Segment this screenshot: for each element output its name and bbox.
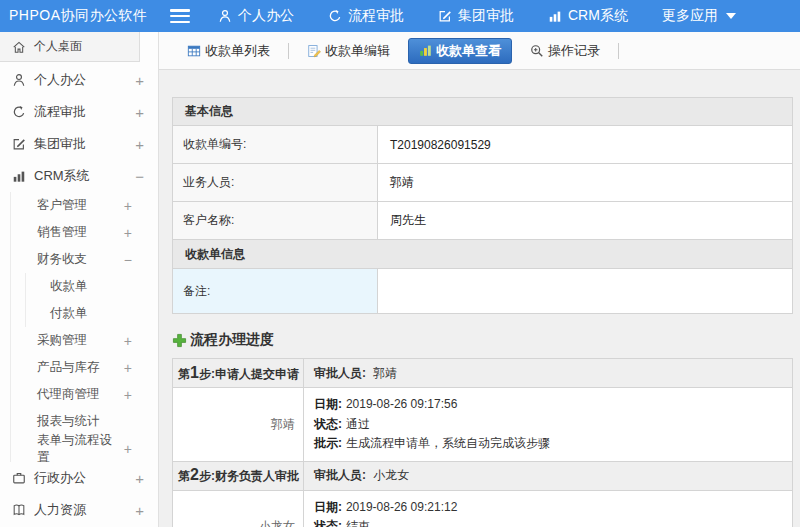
sidebar-item-label: 个人桌面 xyxy=(34,38,82,55)
date-value: 2019-08-26 09:17:56 xyxy=(346,397,457,411)
detail-status-line: 状态:结束 xyxy=(314,517,782,527)
status-value: 结束 xyxy=(346,519,370,527)
topnav-personal-office[interactable]: 个人办公 xyxy=(218,7,294,25)
sidebar-item-label: CRM系统 xyxy=(34,167,90,185)
section-title-receipt-info: 收款单信息 xyxy=(173,240,793,269)
topnav-label: 集团审批 xyxy=(458,7,514,25)
remark-value: 生成流程申请单，系统自动完成该步骤 xyxy=(346,436,550,450)
sidebar-item-label: 报表与统计 xyxy=(37,413,100,430)
expand-icon[interactable]: + xyxy=(135,470,144,487)
tab-separator xyxy=(288,43,289,59)
tab-receipt-list[interactable]: 收款单列表 xyxy=(179,39,278,63)
expand-icon[interactable]: + xyxy=(124,387,132,403)
topnav-group-approval[interactable]: 集团审批 xyxy=(438,7,514,25)
step-detail: 日期:2019-08-26 09:17:56 状态:通过 批示:生成流程申请单，… xyxy=(303,388,792,462)
date-value: 2019-08-26 09:21:12 xyxy=(346,500,457,514)
sidebar-item-personal-desktop[interactable]: 个人桌面 xyxy=(0,32,140,62)
sidebar-item-group-approval[interactable]: 集团审批 + xyxy=(0,128,158,160)
tab-receipt-view[interactable]: 收款单查看 xyxy=(408,38,512,64)
sidebar-item-agent-mgmt[interactable]: 代理商管理 + xyxy=(11,381,158,408)
field-value-customer-name: 周先生 xyxy=(378,202,793,240)
tab-operation-log[interactable]: 操作记录 xyxy=(522,39,608,63)
tab-bar: 收款单列表 收款单编辑 收款单查看 操作记录 xyxy=(159,32,800,70)
progress-section-title: 流程办理进度 xyxy=(172,331,793,349)
collapse-icon[interactable]: − xyxy=(124,252,132,268)
sidebar-item-admin-office[interactable]: 行政办公 + xyxy=(0,462,158,494)
receipt-view-content: 基本信息 收款单编号: T20190826091529 业务人员: 郭靖 客户名… xyxy=(159,70,800,527)
sidebar-item-sales-mgmt[interactable]: 销售管理 + xyxy=(11,219,158,246)
expand-icon[interactable]: + xyxy=(124,360,132,376)
sidebar-item-human-resources[interactable]: 人力资源 + xyxy=(0,494,158,526)
sidebar-item-label: 产品与库存 xyxy=(37,359,100,376)
tab-label: 收款单编辑 xyxy=(325,42,390,60)
progress-title-label: 流程办理进度 xyxy=(190,331,274,349)
table-row: 收款单编号: T20190826091529 xyxy=(173,126,793,164)
expand-icon[interactable]: + xyxy=(124,225,132,241)
section-header-row: 基本信息 xyxy=(173,98,793,126)
expand-icon[interactable]: + xyxy=(135,72,144,89)
user-icon xyxy=(12,73,26,87)
sidebar-item-personal-office[interactable]: 个人办公 + xyxy=(0,64,158,96)
sidebar-item-label: 人力资源 xyxy=(34,501,86,519)
field-label-remark: 备注: xyxy=(173,269,378,314)
tab-receipt-edit[interactable]: 收款单编辑 xyxy=(299,39,398,63)
sidebar-item-payment-order[interactable]: 付款单 xyxy=(26,300,158,327)
sidebar-item-label: 销售管理 xyxy=(37,224,87,241)
topnav-workflow-approval[interactable]: 流程审批 xyxy=(328,7,404,25)
green-plus-icon xyxy=(172,333,187,348)
sidebar-item-label: 流程审批 xyxy=(34,103,86,121)
expand-icon[interactable]: + xyxy=(124,333,132,349)
status-label: 状态: xyxy=(314,519,342,527)
expand-icon[interactable]: + xyxy=(124,441,132,457)
step-detail-row: 郭靖 日期:2019-08-26 09:17:56 状态:通过 批示:生成流程申… xyxy=(173,388,793,462)
field-label-sales-person: 业务人员: xyxy=(173,164,378,202)
sidebar-item-label: 客户管理 xyxy=(37,197,87,214)
sidebar: 个人桌面 个人办公 + 流程审批 + 集团审批 + xyxy=(0,32,159,527)
caret-down-icon xyxy=(726,13,736,19)
chart-icon xyxy=(12,169,26,183)
approver-person-name: 郭靖 xyxy=(173,388,304,462)
field-value-remark xyxy=(378,269,793,314)
tab-separator xyxy=(618,43,619,59)
field-value-receipt-no: T20190826091529 xyxy=(378,126,793,164)
sidebar-item-receipt-order[interactable]: 收款单 xyxy=(26,273,158,300)
edit-doc-icon xyxy=(307,44,321,58)
sidebar-item-finance-inout[interactable]: 财务收支 − xyxy=(11,246,158,273)
topnav-crm-system[interactable]: CRM系统 xyxy=(548,7,628,25)
hamburger-menu-icon[interactable] xyxy=(170,9,190,23)
topnav-label: 个人办公 xyxy=(238,7,294,25)
edit-icon xyxy=(12,137,26,151)
top-bar: PHPOA协同办公软件 个人办公 流程审批 集团审批 CRM系统 xyxy=(0,0,800,32)
detail-date-line: 日期:2019-08-26 09:21:12 xyxy=(314,498,782,518)
table-list-icon xyxy=(187,44,201,58)
sidebar-item-purchase-mgmt[interactable]: 采购管理 + xyxy=(11,327,158,354)
detail-status-line: 状态:通过 xyxy=(314,415,782,435)
expand-icon[interactable]: + xyxy=(135,502,144,519)
collapse-icon[interactable]: − xyxy=(135,168,144,185)
sidebar-item-label: 行政办公 xyxy=(34,469,86,487)
expand-icon[interactable]: + xyxy=(124,198,132,214)
topnav-more-apps[interactable]: 更多应用 xyxy=(662,7,736,25)
expand-icon[interactable]: + xyxy=(135,136,144,153)
user-icon xyxy=(218,9,232,23)
receipt-info-table: 基本信息 收款单编号: T20190826091529 业务人员: 郭靖 客户名… xyxy=(172,97,793,314)
sidebar-item-crm-system[interactable]: CRM系统 − xyxy=(0,160,158,192)
approver-label: 审批人员: xyxy=(314,366,366,380)
sidebar-item-form-flow-settings[interactable]: 表单与流程设置 + xyxy=(11,435,158,462)
sidebar-item-product-inventory[interactable]: 产品与库存 + xyxy=(11,354,158,381)
table-row: 客户名称: 周先生 xyxy=(173,202,793,240)
expand-icon[interactable]: + xyxy=(135,104,144,121)
sidebar-item-label: 代理商管理 xyxy=(37,386,100,403)
flow-icon xyxy=(12,105,26,119)
sidebar-item-workflow-approval[interactable]: 流程审批 + xyxy=(0,96,158,128)
sidebar-item-label: 收款单 xyxy=(50,278,88,295)
topnav-label: 流程审批 xyxy=(348,7,404,25)
sidebar-item-customer-mgmt[interactable]: 客户管理 + xyxy=(11,192,158,219)
sidebar-item-label: 付款单 xyxy=(50,305,88,322)
approver-name: 小龙女 xyxy=(373,468,409,482)
approver-label: 审批人员: xyxy=(314,468,366,482)
view-chart-icon xyxy=(419,44,432,57)
step-title: 第2步:财务负责人审批 xyxy=(173,461,304,490)
step-title: 第1步:申请人提交申请 xyxy=(173,359,304,388)
detail-date-line: 日期:2019-08-26 09:17:56 xyxy=(314,395,782,415)
